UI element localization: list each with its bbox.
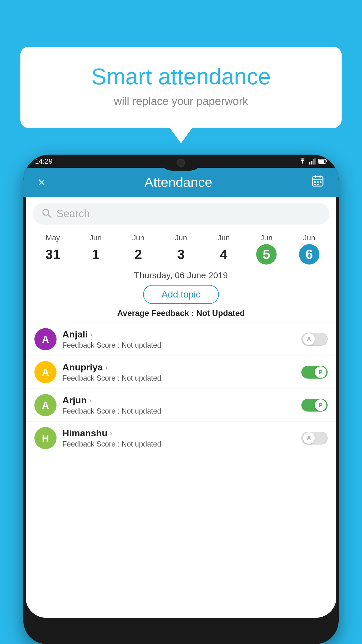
add-topic-button[interactable]: Add topic <box>143 285 219 304</box>
student-row-himanshu[interactable]: H Himanshu › Feedback Score : Not update… <box>26 421 336 454</box>
student-row-anjali[interactable]: A Anjali › Feedback Score : Not updated … <box>26 323 336 356</box>
toggle-anupriya[interactable]: P <box>301 366 328 379</box>
toggle-himanshu[interactable]: A <box>301 432 328 444</box>
phone-frame: 14:29 × At <box>23 155 339 644</box>
selected-date: Thursday, 06 June 2019 <box>26 270 336 280</box>
battery-icon <box>318 159 327 164</box>
date-col-1[interactable]: Jun 1 <box>74 233 117 265</box>
avatar-anjali: A <box>34 328 57 350</box>
app-header: × Attendance <box>23 168 339 197</box>
search-bar[interactable]: Search <box>33 203 329 225</box>
bubble-subtitle: will replace your paperwork <box>44 95 318 108</box>
svg-rect-6 <box>319 160 324 163</box>
status-icons <box>298 158 327 164</box>
status-time: 14:29 <box>35 157 52 165</box>
avatar-himanshu: H <box>34 427 57 449</box>
date-col-0[interactable]: May 31 <box>31 233 74 265</box>
student-info-anupriya: Anupriya › Feedback Score : Not updated <box>62 362 296 382</box>
svg-rect-5 <box>326 160 327 162</box>
date-col-5[interactable]: Jun 5 <box>245 233 288 265</box>
phone-notch <box>158 155 204 171</box>
bubble-title: Smart attendance <box>44 64 318 89</box>
search-icon <box>41 208 52 220</box>
page-title: Attendance <box>144 174 212 190</box>
svg-rect-15 <box>317 184 319 185</box>
close-button[interactable]: × <box>38 175 45 190</box>
chevron-icon: › <box>90 330 92 339</box>
wifi-icon <box>298 158 307 164</box>
student-row-anupriya[interactable]: A Anupriya › Feedback Score : Not update… <box>26 356 336 388</box>
student-row-arjun[interactable]: A Arjun › Feedback Score : Not updated P <box>26 388 336 421</box>
phone-content: Search May 31 Jun 1 Jun 2 Jun 3 Jun <box>26 197 336 618</box>
avatar-arjun: A <box>34 394 57 416</box>
svg-rect-14 <box>314 184 316 185</box>
avg-feedback: Average Feedback : Not Updated <box>26 309 336 318</box>
avg-feedback-value: Not Updated <box>196 309 245 318</box>
svg-rect-0 <box>309 162 310 164</box>
student-info-arjun: Arjun › Feedback Score : Not updated <box>62 395 296 415</box>
camera <box>177 159 185 167</box>
date-col-4[interactable]: Jun 4 <box>202 233 245 265</box>
toggle-arjun[interactable]: P <box>301 399 328 412</box>
chevron-icon: › <box>110 429 112 438</box>
svg-rect-3 <box>314 158 316 164</box>
speech-bubble: Smart attendance will replace your paper… <box>20 47 342 128</box>
date-strip: May 31 Jun 1 Jun 2 Jun 3 Jun 4 Jun 5 <box>26 228 336 267</box>
avatar-anupriya: A <box>34 361 57 383</box>
student-info-himanshu: Himanshu › Feedback Score : Not updated <box>62 428 296 448</box>
search-placeholder: Search <box>57 208 90 220</box>
svg-rect-12 <box>317 181 319 183</box>
date-col-2[interactable]: Jun 2 <box>117 233 160 265</box>
svg-line-17 <box>48 215 51 218</box>
speech-bubble-container: Smart attendance will replace your paper… <box>20 47 342 128</box>
chevron-icon: › <box>105 363 108 372</box>
svg-rect-11 <box>314 181 316 183</box>
svg-rect-13 <box>320 181 321 183</box>
signal-icon <box>309 158 316 164</box>
svg-rect-2 <box>313 159 314 164</box>
student-info-anjali: Anjali › Feedback Score : Not updated <box>62 329 296 349</box>
toggle-anjali[interactable]: A <box>301 333 328 346</box>
calendar-icon[interactable] <box>311 174 324 190</box>
svg-rect-1 <box>311 161 312 164</box>
date-col-3[interactable]: Jun 3 <box>160 233 203 265</box>
date-col-6[interactable]: Jun 6 <box>288 233 331 265</box>
chevron-icon: › <box>89 396 92 405</box>
